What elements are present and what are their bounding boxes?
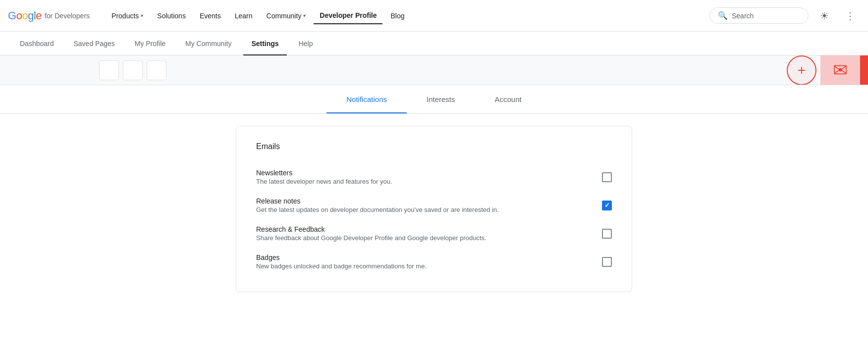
tab-interests[interactable]: Interests: [407, 85, 475, 113]
main-content: Emails Newsletters The latest developer …: [137, 126, 731, 292]
emails-row-release-notes: Release notes Get the latest updates on …: [256, 191, 612, 219]
search-box[interactable]: 🔍 Search: [709, 7, 809, 24]
google-logo: Google: [8, 9, 42, 22]
release-notes-checkbox[interactable]: [602, 201, 612, 210]
top-nav: Google for Developers Products ▾ Solutio…: [0, 0, 868, 32]
subnav-help[interactable]: Help: [291, 32, 321, 55]
banner-placeholder-box-3: [147, 60, 166, 80]
banner-placeholder-box-2: [123, 60, 143, 80]
settings-tabs: Notifications Interests Account: [326, 85, 541, 113]
banner: +: [0, 55, 868, 85]
newsletters-checkbox[interactable]: [602, 172, 612, 182]
subnav-saved-pages[interactable]: Saved Pages: [66, 32, 123, 55]
banner-plus-icon: +: [787, 55, 816, 85]
nav-developer-profile[interactable]: Developer Profile: [314, 7, 382, 24]
release-notes-desc: Get the latest updates on developer docu…: [256, 206, 499, 213]
badges-label: Badges: [256, 254, 427, 261]
sub-nav: Dashboard Saved Pages My Profile My Comm…: [0, 32, 868, 55]
release-notes-checkbox-wrapper: [602, 201, 612, 210]
research-checkbox-wrapper: [602, 229, 612, 239]
banner-left-placeholders: [99, 60, 166, 80]
emails-row-text-badges: Badges New badges unlocked and badge rec…: [256, 254, 427, 270]
research-checkbox[interactable]: [602, 229, 612, 239]
search-label: Search: [732, 12, 754, 20]
badges-checkbox[interactable]: [602, 257, 612, 267]
banner-right-area: +: [787, 55, 868, 85]
emails-card: Emails Newsletters The latest developer …: [236, 126, 632, 292]
banner-placeholder-box-1: [99, 60, 119, 80]
emails-row-badges: Badges New badges unlocked and badge rec…: [256, 248, 612, 276]
logo-suffix: for Developers: [45, 12, 90, 20]
emails-row-text-release-notes: Release notes Get the latest updates on …: [256, 197, 499, 213]
release-notes-label: Release notes: [256, 197, 499, 205]
emails-row-newsletters: Newsletters The latest developer news an…: [256, 163, 612, 191]
nav-solutions[interactable]: Solutions: [151, 8, 192, 24]
nav-right: 🔍 Search ☀ ⋮: [709, 6, 860, 26]
emails-row-text-research: Research & Feedback Share feedback about…: [256, 225, 487, 242]
theme-toggle-button[interactable]: ☀: [814, 6, 834, 26]
tab-notifications[interactable]: Notifications: [326, 85, 407, 113]
newsletters-label: Newsletters: [256, 169, 392, 177]
search-icon: 🔍: [718, 11, 728, 20]
subnav-my-profile[interactable]: My Profile: [127, 32, 173, 55]
nav-learn[interactable]: Learn: [229, 8, 259, 24]
research-desc: Share feedback about Google Developer Pr…: [256, 234, 487, 242]
banner-red-bar: [860, 55, 868, 85]
emails-row-research: Research & Feedback Share feedback about…: [256, 219, 612, 248]
research-label: Research & Feedback: [256, 225, 487, 233]
nav-community[interactable]: Community ▾: [261, 8, 312, 24]
subnav-dashboard[interactable]: Dashboard: [12, 32, 62, 55]
badges-desc: New badges unlocked and badge recommenda…: [256, 262, 427, 270]
subnav-settings[interactable]: Settings: [243, 32, 286, 55]
chevron-down-icon: ▾: [303, 13, 306, 18]
emails-title: Emails: [256, 142, 612, 151]
more-options-button[interactable]: ⋮: [840, 6, 860, 26]
newsletters-desc: The latest developer news and features f…: [256, 178, 392, 185]
chevron-down-icon: ▾: [141, 13, 143, 18]
settings-tabs-container: Notifications Interests Account: [0, 85, 868, 114]
nav-products[interactable]: Products ▾: [106, 8, 149, 24]
tab-account[interactable]: Account: [475, 85, 542, 113]
nav-items: Products ▾ Solutions Events Learn Commun…: [106, 7, 709, 24]
banner-envelope-icon: [820, 55, 860, 85]
logo[interactable]: Google for Developers: [8, 9, 90, 22]
nav-events[interactable]: Events: [194, 8, 227, 24]
badges-checkbox-wrapper: [602, 257, 612, 267]
newsletters-checkbox-wrapper: [602, 172, 612, 182]
nav-blog[interactable]: Blog: [384, 8, 410, 24]
emails-row-text-newsletters: Newsletters The latest developer news an…: [256, 169, 392, 185]
subnav-my-community[interactable]: My Community: [177, 32, 239, 55]
